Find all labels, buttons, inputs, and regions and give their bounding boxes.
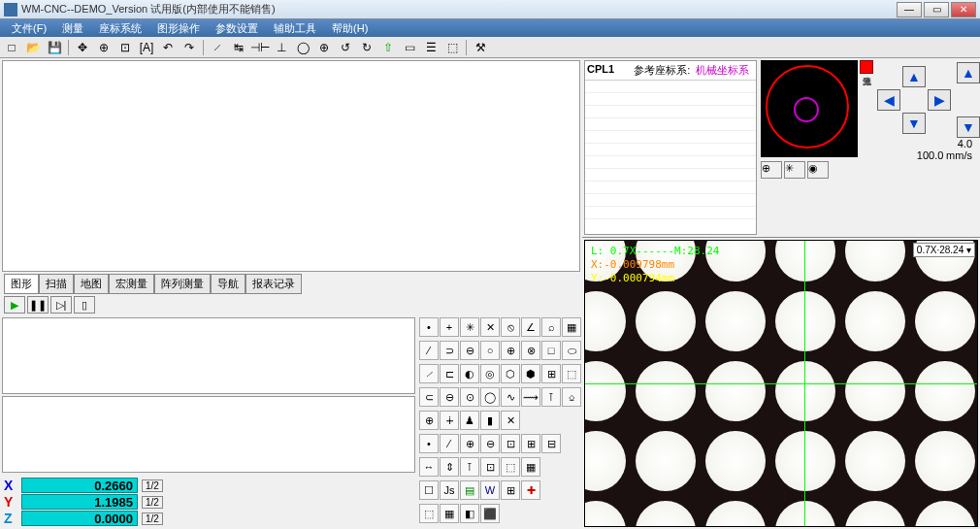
palette-tool-7-1[interactable]: Js <box>440 480 459 500</box>
palette-tool-6-1[interactable]: ⇕ <box>440 457 459 477</box>
palette-tool-0-2[interactable]: ✳ <box>460 317 479 337</box>
palette-tool-2-1[interactable]: ⊏ <box>440 364 459 383</box>
zoom-window-icon[interactable]: ⊡ <box>115 39 135 56</box>
tool-d-icon[interactable]: ⊥ <box>272 39 291 56</box>
drawing-canvas[interactable] <box>2 60 580 272</box>
palette-tool-1-1[interactable]: ⊃ <box>440 341 459 360</box>
palette-tool-2-7[interactable]: ⬚ <box>562 364 581 383</box>
palette-tool-1-6[interactable]: □ <box>541 341 561 360</box>
palette-tool-3-2[interactable]: ⊙ <box>460 387 479 407</box>
save-icon[interactable]: 💾 <box>45 39 64 56</box>
settings-icon[interactable]: ⚒ <box>471 39 490 56</box>
palette-tool-5-2[interactable]: ⊕ <box>460 434 479 453</box>
palette-tool-4-3[interactable]: ▮ <box>480 411 500 430</box>
close-button[interactable]: ✕ <box>951 2 976 17</box>
move-icon[interactable]: ✥ <box>73 39 92 56</box>
list-icon[interactable]: ☰ <box>421 39 441 56</box>
menu-file[interactable]: 文件(F) <box>4 21 54 36</box>
palette-tool-2-6[interactable]: ⊞ <box>541 364 561 383</box>
palette-tool-2-5[interactable]: ⬢ <box>521 364 540 383</box>
palette-tool-6-5[interactable]: ▦ <box>521 457 540 477</box>
palette-tool-6-4[interactable]: ⬚ <box>501 457 520 477</box>
camera-view[interactable]: 0.7X·28.24 ▾ L: 0.7X------M:28.24 X:-0.0… <box>584 240 978 527</box>
palette-tool-0-5[interactable]: ∠ <box>521 317 540 337</box>
coord-x-half-button[interactable]: 1/2 <box>142 479 163 492</box>
menu-tools[interactable]: 辅助工具 <box>266 21 324 36</box>
scope-btn-1[interactable]: ⊕ <box>761 161 782 179</box>
jog-right-button[interactable]: ▶ <box>928 89 951 111</box>
zoom-dropdown[interactable]: 0.7X·28.24 ▾ <box>913 243 975 257</box>
palette-tool-3-7[interactable]: ⎐ <box>562 387 581 407</box>
palette-tool-3-3[interactable]: ◯ <box>480 387 500 407</box>
tab-nav[interactable]: 导航 <box>211 274 245 294</box>
palette-tool-3-6[interactable]: ⊺ <box>541 387 561 407</box>
up-icon[interactable]: ⇧ <box>378 39 398 56</box>
rotate-cw-icon[interactable]: ↻ <box>357 39 376 56</box>
palette-tool-7-3[interactable]: W <box>480 480 500 500</box>
menu-help[interactable]: 帮助(H) <box>324 21 376 36</box>
menu-graphic[interactable]: 图形操作 <box>149 21 208 36</box>
palette-tool-0-1[interactable]: + <box>440 317 459 337</box>
step-button[interactable]: ▷| <box>50 296 72 314</box>
palette-tool-4-0[interactable]: ⊕ <box>419 411 439 430</box>
palette-tool-5-1[interactable]: ∕ <box>440 434 459 453</box>
palette-tool-0-0[interactable]: • <box>419 317 439 337</box>
jog-z-down-button[interactable]: ▼ <box>957 116 980 138</box>
palette-tool-7-2[interactable]: ▤ <box>460 480 479 500</box>
palette-tool-0-4[interactable]: ⦸ <box>501 317 520 337</box>
scope-btn-3[interactable]: ◉ <box>807 161 829 179</box>
tab-array[interactable]: 阵列测量 <box>154 274 211 294</box>
open-icon[interactable]: 📂 <box>23 39 43 56</box>
palette-tool-5-3[interactable]: ⊖ <box>480 434 500 453</box>
palette-tool-6-3[interactable]: ⊡ <box>480 457 500 477</box>
palette-tool-1-0[interactable]: ∕ <box>419 341 439 360</box>
box-icon[interactable]: ▭ <box>400 39 419 56</box>
coord-z-half-button[interactable]: 1/2 <box>142 512 163 525</box>
palette-tool-1-2[interactable]: ⊖ <box>460 341 479 360</box>
palette-tool-1-3[interactable]: ○ <box>480 341 500 360</box>
palette-tool-7-4[interactable]: ⊞ <box>501 480 520 500</box>
jog-up-button[interactable]: ▲ <box>902 66 926 87</box>
jog-z-up-button[interactable]: ▲ <box>957 62 980 83</box>
palette-tool-3-0[interactable]: ⊂ <box>419 387 439 407</box>
coord-y-half-button[interactable]: 1/2 <box>142 496 163 509</box>
output-panel-2[interactable] <box>2 396 415 473</box>
palette-tool-2-2[interactable]: ◐ <box>460 364 479 383</box>
undo-icon[interactable]: ↶ <box>158 39 178 56</box>
palette-tool-4-1[interactable]: ∔ <box>440 411 459 430</box>
palette-tool-3-1[interactable]: ⊖ <box>440 387 459 407</box>
palette-tool-7-0[interactable]: ☐ <box>419 480 439 500</box>
new-icon[interactable]: □ <box>2 39 21 56</box>
play-button[interactable]: ▶ <box>4 296 25 314</box>
window-icon[interactable]: ⬚ <box>442 39 462 56</box>
tool-a-icon[interactable]: ⟋ <box>208 39 227 56</box>
tool-e-icon[interactable]: ◯ <box>293 39 312 56</box>
palette-tool-8-1[interactable]: ▦ <box>440 504 459 523</box>
palette-tool-1-5[interactable]: ⊗ <box>521 341 540 360</box>
menu-params[interactable]: 参数设置 <box>208 21 266 36</box>
tool-f-icon[interactable]: ⊕ <box>314 39 334 56</box>
tool-b-icon[interactable]: ↹ <box>229 39 248 56</box>
palette-tool-3-5[interactable]: ⟿ <box>521 387 540 407</box>
palette-tool-5-0[interactable]: • <box>419 434 439 453</box>
palette-tool-0-7[interactable]: ▦ <box>562 317 581 337</box>
palette-tool-5-5[interactable]: ⊞ <box>521 434 540 453</box>
menu-measure[interactable]: 测量 <box>54 21 91 36</box>
scope-btn-2[interactable]: ✳ <box>784 161 805 179</box>
palette-tool-4-4[interactable]: ✕ <box>501 411 520 430</box>
zoom-in-icon[interactable]: ⊕ <box>94 39 114 56</box>
output-panel-1[interactable] <box>2 317 415 394</box>
fit-icon[interactable]: [A] <box>137 39 156 56</box>
palette-tool-0-6[interactable]: ⌕ <box>541 317 561 337</box>
cpl-list[interactable] <box>585 81 756 234</box>
palette-tool-8-3[interactable]: ⬛ <box>480 504 500 523</box>
palette-tool-8-2[interactable]: ◧ <box>460 504 479 523</box>
palette-tool-7-5[interactable]: ✚ <box>521 480 540 500</box>
pause-button[interactable]: ❚❚ <box>27 296 49 314</box>
palette-tool-5-6[interactable]: ⊟ <box>541 434 561 453</box>
maximize-button[interactable]: ▭ <box>924 2 949 17</box>
palette-tool-2-3[interactable]: ◎ <box>480 364 500 383</box>
tab-scan[interactable]: 扫描 <box>39 274 74 294</box>
tab-map[interactable]: 地图 <box>74 274 109 294</box>
palette-tool-8-0[interactable]: ⬚ <box>419 504 439 523</box>
